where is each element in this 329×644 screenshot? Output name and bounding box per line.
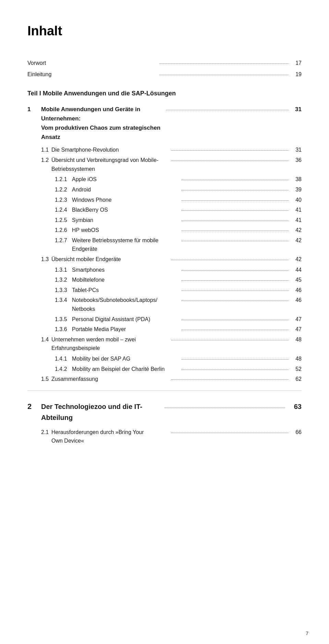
entry-num-s1-3-2: 1.3.2 bbox=[55, 276, 72, 284]
toc-entry-s1-4-1: 1.4.1Mobility bei der SAP AG48 bbox=[27, 354, 302, 363]
big-chapter-num-ch2: 2 bbox=[27, 400, 41, 412]
dots-s1-3-2 bbox=[182, 280, 289, 281]
dots-s1-2-3 bbox=[182, 200, 289, 201]
dots-s1-4 bbox=[171, 340, 289, 340]
entry-num-s1-3-5: 1.3.5 bbox=[55, 315, 72, 324]
entry-num-s1-2-3: 1.2.3 bbox=[55, 196, 72, 204]
chapter-num-ch1: 1 bbox=[27, 105, 41, 114]
page-num-s1-2-1: 38 bbox=[291, 175, 302, 184]
section-rule bbox=[27, 390, 302, 391]
part-header-teil1: Teil I Mobile Anwendungen und die SAP-Lö… bbox=[27, 89, 302, 98]
dots-s1-3-5 bbox=[182, 320, 289, 320]
toc-entry-s1-2-4: 1.2.4BlackBerry OS41 bbox=[27, 206, 302, 214]
page-num-einleitung: 19 bbox=[291, 70, 302, 79]
page-footer: 7 bbox=[306, 630, 308, 637]
entry-num-s1-2-7: 1.2.7 bbox=[55, 236, 72, 245]
toc-entry-s1-4-2: 1.4.2Mobility am Beispiel der Charité Be… bbox=[27, 365, 302, 374]
chapter-text-ch1: Mobile Anwendungen und Geräte in Unterne… bbox=[41, 105, 163, 142]
dots-s1-5 bbox=[171, 379, 289, 380]
dots-s1-2 bbox=[171, 161, 289, 161]
toc-entry-s1-2-5: 1.2.5Symbian41 bbox=[27, 216, 302, 225]
entry-num-s1-2-6: 1.2.6 bbox=[55, 226, 72, 235]
entry-text-s1-2-2: Android bbox=[72, 185, 179, 194]
page-num-s1-2-6: 42 bbox=[291, 226, 302, 235]
dots-s1-4-2 bbox=[182, 370, 289, 370]
page-num-s1-2-2: 39 bbox=[291, 185, 302, 194]
entry-text-s1-2-3: Windows Phone bbox=[72, 196, 179, 204]
toc-entry-s1-3-3: 1.3.3Tablet-PCs46 bbox=[27, 286, 302, 295]
dots-s1-2-6 bbox=[182, 231, 289, 231]
entry-text-vorwort: Vorwort bbox=[27, 59, 157, 68]
dots-s1-2-5 bbox=[182, 221, 289, 221]
dots-s1-3-1 bbox=[182, 270, 289, 271]
big-chapter-page-ch2: 63 bbox=[288, 401, 302, 412]
page-num-s1-3-2: 45 bbox=[291, 276, 302, 284]
entry-num-s1-2-4: 1.2.4 bbox=[55, 206, 72, 214]
page-num-s1-2-7: 42 bbox=[291, 236, 302, 245]
toc-entry-s1-3-5: 1.3.5Personal Digital Assistant (PDA)47 bbox=[27, 315, 302, 324]
page-num-s1-3-3: 46 bbox=[291, 286, 302, 295]
big-chapter-title-ch2: Der Technologiezoo und die IT-Abteilung bbox=[41, 401, 162, 423]
big-chapter-dots-ch2 bbox=[164, 408, 285, 408]
toc-entry-s2-1: 2.1Herausforderungen durch »Bring YourOw… bbox=[27, 428, 302, 445]
entry-num-s1-2-5: 1.2.5 bbox=[55, 216, 72, 225]
dots-s1-3 bbox=[171, 260, 289, 260]
dots-s1-2-1 bbox=[182, 180, 289, 180]
page-num-s1-3: 42 bbox=[291, 255, 302, 264]
toc-entry-s1-1: 1.1Die Smartphone-Revolution31 bbox=[27, 145, 302, 154]
dots-einleitung bbox=[159, 75, 289, 75]
page-num-s1-5: 62 bbox=[291, 375, 302, 384]
entry-num-s1-3-4: 1.3.4 bbox=[55, 296, 72, 305]
dots-s1-4-1 bbox=[182, 359, 289, 360]
dots-s1-3-3 bbox=[182, 291, 289, 291]
entry-text-s1-2-1: Apple iOS bbox=[72, 175, 179, 184]
dots-s1-3-4 bbox=[182, 301, 289, 301]
entry-num-s1-1: 1.1 bbox=[41, 145, 51, 154]
toc-entry-s1-4: 1.4Unternehmen werden mobil – zweiErfahr… bbox=[27, 335, 302, 353]
entry-num-s1-5: 1.5 bbox=[41, 375, 51, 384]
entry-num-s1-4-2: 1.4.2 bbox=[55, 365, 72, 374]
dots-ch1 bbox=[166, 110, 289, 110]
dots-s1-2-7 bbox=[182, 241, 289, 241]
dots-s1-1 bbox=[171, 150, 289, 151]
page-num-s1-2: 36 bbox=[291, 156, 302, 165]
page-title: Inhalt bbox=[27, 21, 302, 42]
page-num-s1-3-6: 47 bbox=[291, 325, 302, 334]
dots-s2-1 bbox=[171, 433, 289, 433]
entry-text-s1-3-5: Personal Digital Assistant (PDA) bbox=[72, 315, 179, 324]
entry-num-s1-2: 1.2 bbox=[41, 156, 51, 165]
entry-text-s1-2-7: Weitere Betriebssysteme für mobileEndger… bbox=[72, 236, 179, 254]
entry-num-s1-4: 1.4 bbox=[41, 335, 51, 344]
entry-text-s1-4-1: Mobility bei der SAP AG bbox=[72, 354, 179, 363]
page-num-s1-4-1: 48 bbox=[291, 354, 302, 363]
entry-text-s1-3-2: Mobiltelefone bbox=[72, 276, 179, 284]
entry-text-s1-3: Übersicht mobiler Endgeräte bbox=[51, 255, 169, 264]
entry-text-s1-2-6: HP webOS bbox=[72, 226, 179, 235]
entry-num-s1-3-1: 1.3.1 bbox=[55, 266, 72, 274]
page-num-s1-2-5: 41 bbox=[291, 216, 302, 225]
entry-text-s1-2-4: BlackBerry OS bbox=[72, 206, 179, 214]
toc-entry-s1-3-4: 1.3.4Notebooks/Subnotebooks/Laptops/Netb… bbox=[27, 296, 302, 313]
entry-text-s1-2: Übersicht und Verbreitungsgrad von Mobil… bbox=[51, 156, 169, 173]
toc-entry-s1-2-6: 1.2.6HP webOS42 bbox=[27, 226, 302, 235]
page-num-s2-1: 66 bbox=[291, 428, 302, 437]
entry-num-s1-3-6: 1.3.6 bbox=[55, 325, 72, 334]
toc-entry-s1-3-2: 1.3.2Mobiltelefone45 bbox=[27, 276, 302, 284]
entry-num-s1-3: 1.3 bbox=[41, 255, 51, 264]
page-num-s1-3-4: 46 bbox=[291, 296, 302, 305]
entry-text-s1-3-6: Portable Media Player bbox=[72, 325, 179, 334]
entry-text-s2-1: Herausforderungen durch »Bring YourOwn D… bbox=[51, 428, 169, 445]
page-num-s1-4-2: 52 bbox=[291, 365, 302, 374]
toc-entry-s1-2-1: 1.2.1Apple iOS38 bbox=[27, 175, 302, 184]
page-num-s1-2-4: 41 bbox=[291, 206, 302, 214]
entry-text-s1-3-3: Tablet-PCs bbox=[72, 286, 179, 295]
toc-entry-s1-2-3: 1.2.3Windows Phone40 bbox=[27, 196, 302, 204]
big-chapter-ch2: 2Der Technologiezoo und die IT-Abteilung… bbox=[27, 400, 302, 423]
toc-entry-vorwort: Vorwort17 bbox=[27, 59, 302, 68]
page-num-s1-1: 31 bbox=[291, 145, 302, 154]
entry-text-s1-4: Unternehmen werden mobil – zweiErfahrung… bbox=[51, 335, 169, 353]
dots-vorwort bbox=[159, 63, 289, 64]
entry-num-s1-3-3: 1.3.3 bbox=[55, 286, 72, 295]
toc-container: Vorwort17Einleitung19Teil I Mobile Anwen… bbox=[27, 59, 302, 445]
toc-entry-s1-2-2: 1.2.2Android39 bbox=[27, 185, 302, 194]
